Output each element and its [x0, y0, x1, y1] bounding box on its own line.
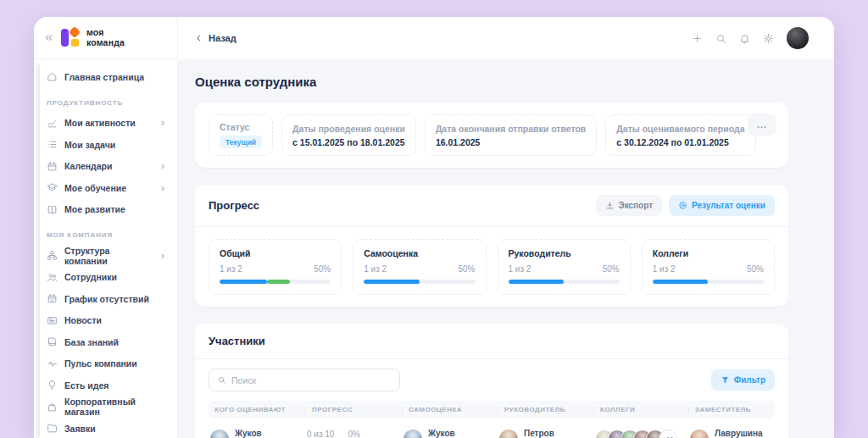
sidebar-item-my-activities[interactable]: Мои активности › [44, 113, 169, 135]
chevron-right-icon: › [161, 161, 166, 171]
bell-icon[interactable] [739, 33, 750, 44]
participants-search[interactable] [209, 369, 400, 391]
sidebar-item-calendars[interactable]: Календари › [44, 156, 169, 178]
app-logo-text: моякоманда [86, 28, 125, 47]
sidebar-section-productivity: ПРОДУКТИВНОСТЬ [47, 99, 166, 107]
avatar [210, 430, 229, 438]
sidebar-item-company-pulse[interactable]: Пульс компании [44, 353, 169, 375]
progress-percent: 50% [458, 264, 475, 274]
filter-button[interactable]: Фильтр [711, 369, 775, 391]
sidebar-header: моякоманда [34, 17, 177, 59]
org-structure-icon [47, 250, 58, 261]
avatar [690, 430, 709, 438]
status-tile: Статус Текущий [209, 114, 273, 156]
page-content: Оценка сотрудника Статус Текущий Даты пр… [178, 59, 834, 438]
sidebar-item-corporate-shop[interactable]: Корпоративный магазин [44, 396, 169, 419]
progress-tile-overall: Общий 1 из 2 50% [209, 239, 342, 295]
column-header: ЗАМЕСТИТЕЛЬ [688, 407, 775, 413]
search-input[interactable] [231, 375, 392, 385]
table-row[interactable]: Жуков Максим 0 из 10 0% [209, 419, 775, 438]
gear-icon[interactable] [763, 33, 774, 44]
sidebar-item-employees[interactable]: Сотрудники [44, 267, 169, 289]
sidebar-item-label: Главная страница [64, 72, 144, 82]
more-actions-button[interactable]: ... [748, 114, 776, 136]
app-logo: моякоманда [61, 28, 125, 47]
progress-tile-colleagues: Коллеги 1 из 2 50% [642, 239, 775, 295]
app-window: моякоманда Главная страница ПРОДУКТИВНОС… [34, 17, 834, 438]
collapse-sidebar-icon[interactable] [44, 33, 53, 42]
sidebar-scrollbar[interactable] [36, 64, 40, 438]
colleagues-cell[interactable]: +20 [593, 430, 688, 438]
progress-panel: Прогресс Экспорт Результат оценки [195, 185, 788, 307]
row-progress-cell: 0 из 10 0% [305, 430, 402, 438]
sidebar-item-knowledge-base[interactable]: База знаний [44, 331, 169, 353]
self-assessment-cell[interactable]: Жуков Максим [402, 428, 498, 438]
download-icon [605, 201, 615, 210]
column-header: КОГО ОЦЕНИВАЮТ [209, 407, 305, 413]
evaluation-status-panel: Статус Текущий Даты проведения оценки с … [195, 103, 788, 168]
search-icon[interactable] [715, 33, 726, 44]
idea-bulb-icon [47, 380, 58, 391]
sidebar-item-have-an-idea[interactable]: Есть идея [44, 374, 169, 396]
desktop-background: моякоманда Главная страница ПРОДУКТИВНОС… [0, 0, 868, 438]
search-icon [217, 375, 226, 385]
sidebar-item-my-development[interactable]: Мое развитие [44, 199, 169, 221]
sidebar-item-company-structure[interactable]: Структура компании › [44, 245, 169, 267]
progress-title: Прогресс [209, 199, 259, 212]
calendar-icon [47, 161, 58, 172]
sidebar-item-my-learning[interactable]: Мое обучение › [44, 177, 169, 199]
progress-count: 1 из 2 [509, 264, 531, 274]
sidebar-section-my-company: МОЯ КОМПАНИЯ [47, 231, 166, 239]
participants-title: Участники [209, 335, 775, 347]
progress-count: 1 из 2 [364, 264, 387, 274]
progress-bar [653, 280, 764, 284]
export-button[interactable]: Экспорт [596, 195, 663, 216]
sidebar-item-requests[interactable]: Заявки [44, 418, 169, 438]
requests-folder-icon [47, 423, 58, 434]
pulse-icon [47, 358, 58, 369]
employees-icon [47, 272, 58, 283]
chevron-right-icon: › [161, 183, 166, 193]
evaluation-result-button[interactable]: Результат оценки [669, 195, 775, 216]
answers-deadline-tile: Дата окончания отправки ответов 16.01.20… [425, 114, 597, 156]
chevron-right-icon: › [161, 118, 166, 128]
progress-percent: 50% [314, 264, 331, 274]
progress-tile-manager: Руководитель 1 из 2 50% [498, 239, 631, 295]
sidebar-item-home[interactable]: Главная страница [44, 66, 169, 88]
page-title: Оценка сотрудника [195, 75, 817, 89]
evaluatee-cell[interactable]: Жуков Максим [209, 428, 305, 438]
logo-mark-icon [61, 28, 81, 47]
target-icon [678, 201, 687, 210]
topbar: Назад [178, 17, 834, 59]
news-icon [47, 315, 58, 326]
chevron-right-icon: › [161, 251, 166, 261]
add-icon[interactable] [692, 33, 703, 44]
sidebar-item-absence-schedule[interactable]: График отсутствий [44, 288, 169, 310]
main-area: Назад Оценка сотрудника Статус Текущий [178, 17, 834, 438]
progress-count: 1 из 2 [220, 264, 242, 274]
column-header: САМООЦЕНКА [402, 407, 498, 413]
learning-cap-icon [47, 182, 58, 193]
progress-percent: 50% [747, 264, 764, 274]
colleagues-overflow-badge[interactable]: +20 [659, 430, 677, 438]
knowledge-book-icon [47, 336, 58, 347]
progress-tile-self: Самооценка 1 из 2 50% [353, 239, 486, 295]
deputy-cell[interactable]: Лаврушина Елена [688, 428, 775, 438]
manager-cell[interactable]: Петров Сергей [498, 428, 593, 438]
participants-table-header: КОГО ОЦЕНИВАЮТ ПРОГРЕСС САМООЦЕНКА РУКОВ… [209, 401, 775, 419]
column-header: РУКОВОДИТЕЛЬ [498, 407, 593, 413]
progress-count: 1 из 2 [653, 264, 676, 274]
progress-percent: 50% [603, 264, 620, 274]
sidebar-nav: Главная страница ПРОДУКТИВНОСТЬ Мои акти… [34, 59, 177, 438]
topbar-icons [692, 27, 809, 49]
column-header: КОЛЛЕГИ [593, 407, 688, 413]
user-avatar[interactable] [787, 27, 809, 49]
evaluation-dates-tile: Даты проведения оценки с 15.01.2025 по 1… [281, 114, 416, 156]
sidebar: моякоманда Главная страница ПРОДУКТИВНОС… [34, 17, 178, 438]
sidebar-item-news[interactable]: Новости [44, 310, 169, 332]
sidebar-item-my-tasks[interactable]: Мои задачи [44, 134, 169, 156]
column-header: ПРОГРЕСС [305, 407, 402, 413]
evaluated-period-tile: Даты оцениваемого периода с 30.12.2024 п… [605, 114, 755, 156]
development-book-icon [47, 204, 58, 215]
back-button[interactable]: Назад [195, 33, 236, 43]
